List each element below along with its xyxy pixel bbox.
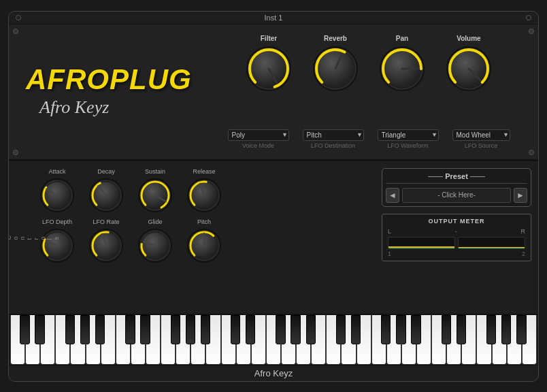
bottom-label-text: Afro Keyz [254, 368, 293, 378]
piano-key-black[interactable] [80, 315, 90, 345]
lfo-dest-select[interactable]: Pitch Filter Volume Pan [303, 129, 364, 141]
preset-title: —— Preset —— [386, 172, 527, 184]
meter-bar-left [388, 237, 455, 249]
window-title: Inst 1 [265, 14, 283, 22]
filter-label: Filter [261, 35, 277, 42]
glide-label: Glide [148, 218, 162, 225]
meter-right-label: R [520, 228, 525, 235]
lfo-dest-wrapper[interactable]: Pitch Filter Volume Pan ▾ [303, 128, 364, 141]
piano-key-black[interactable] [457, 315, 466, 345]
piano-key-black[interactable] [516, 315, 526, 345]
lfo-wave-group: Triangle Sine Square Sawtooth ▾ LFO Wave… [378, 128, 439, 149]
release-group: Release [186, 168, 222, 213]
knob-group-reverb: Reverb [312, 35, 359, 92]
lfo-depth-knob[interactable] [39, 228, 75, 263]
plugin-window: Inst 1 AFROPLUG Afro Keyz Filter [8, 11, 539, 382]
voice-mode-select[interactable]: Poly Mono Legato [228, 129, 289, 141]
screw-br [529, 150, 534, 155]
pitch-knob[interactable] [186, 228, 222, 263]
lfo-dest-group: Pitch Filter Volume Pan ▾ LFO Destinatio… [303, 128, 364, 149]
preset-current[interactable]: - Click Here- [402, 188, 511, 203]
lfo-src-wrapper[interactable]: Mod Wheel Velocity Aftertouch ▾ [452, 128, 510, 141]
piano-key-black[interactable] [186, 315, 195, 345]
bottom-label: Afro Keyz [9, 365, 538, 381]
meter-num-right: 2 [522, 250, 525, 257]
lfo-depth-group: LFO Depth [39, 218, 75, 263]
glide-group: Glide [137, 218, 173, 263]
adsr-label-col: ADSRControls [9, 161, 29, 314]
output-meter: OUTPUT METER L - R 1 2 [382, 214, 531, 261]
piano-key-black[interactable] [501, 315, 511, 345]
preset-next-button[interactable]: ► [514, 188, 527, 203]
title-bar: Inst 1 [9, 12, 538, 24]
attack-knob[interactable] [39, 178, 75, 213]
piano-key-black[interactable] [411, 315, 420, 345]
piano-key-black[interactable] [125, 315, 135, 345]
sustain-label: Sustain [145, 168, 165, 175]
piano-key-black[interactable] [396, 315, 405, 345]
preset-area: —— Preset —— ◄ - Click Here- ► [382, 168, 531, 207]
reverb-knob[interactable] [312, 46, 359, 92]
meter-numbers: 1 2 [388, 250, 525, 257]
piano-white-keys [10, 315, 537, 365]
piano-key-black[interactable] [381, 315, 391, 345]
glide-knob[interactable] [137, 228, 173, 263]
attack-group: Attack [39, 168, 75, 213]
logo-sub: Afro Keyz [39, 97, 203, 118]
piano-key-black[interactable] [306, 315, 316, 345]
dropdowns-row: Poly Mono Legato ▾ Voice Mode Pitch Filt… [228, 128, 510, 152]
piano-key-black[interactable] [95, 315, 105, 345]
piano-key-black[interactable] [486, 315, 496, 345]
piano-key-black[interactable] [246, 315, 255, 345]
piano-key-black[interactable] [336, 315, 346, 345]
knob-group-pan: Pan [379, 35, 425, 92]
piano-key-black[interactable] [65, 315, 75, 345]
logo-area: AFROPLUG Afro Keyz [19, 31, 210, 152]
logo-main: AFROPLUG [26, 65, 203, 94]
piano-key-black[interactable] [171, 315, 180, 345]
volume-label: Volume [457, 35, 480, 42]
piano-key-black[interactable] [351, 315, 361, 345]
volume-knob[interactable] [446, 46, 492, 92]
sustain-group: Sustain [137, 168, 173, 213]
filter-knob[interactable] [246, 46, 292, 92]
adsr-label: ADSRControls [8, 234, 60, 240]
pan-knob[interactable] [379, 46, 425, 92]
preset-selector: ◄ - Click Here- ► [386, 188, 527, 203]
pitch-group: Pitch [186, 218, 222, 263]
piano-key-black[interactable] [35, 315, 44, 345]
piano-key-black[interactable] [276, 315, 285, 345]
lfo-wave-select[interactable]: Triangle Sine Square Sawtooth [378, 129, 439, 141]
piano-key-black[interactable] [231, 315, 240, 345]
attack-label: Attack [48, 168, 65, 175]
bottom-section: ADSRControls Attack [9, 161, 538, 314]
pitch-label: Pitch [197, 218, 211, 225]
meter-left-label: L [388, 228, 391, 235]
piano-key-black[interactable] [140, 315, 150, 345]
meter-bars [388, 237, 525, 249]
sustain-knob[interactable] [137, 178, 173, 213]
piano-key-black[interactable] [442, 315, 451, 345]
piano-key-black[interactable] [291, 315, 300, 345]
keyboard [9, 314, 538, 365]
adsr-row: Attack [39, 168, 365, 213]
meter-fill-right [459, 247, 525, 248]
lfo-src-select[interactable]: Mod Wheel Velocity Aftertouch [452, 129, 510, 141]
lfo-rate-label: LFO Rate [93, 218, 119, 225]
top-section: AFROPLUG Afro Keyz Filter [9, 24, 538, 161]
lfo-wave-wrapper[interactable]: Triangle Sine Square Sawtooth ▾ [378, 128, 439, 141]
preset-prev-button[interactable]: ◄ [386, 188, 399, 203]
release-knob[interactable] [186, 178, 222, 213]
screw-bl [13, 150, 18, 155]
piano-key-black[interactable] [20, 315, 29, 345]
controls-area: Filter [210, 31, 528, 152]
lfo-depth-label: LFO Depth [42, 218, 72, 225]
top-knobs-row: Filter [246, 35, 492, 92]
lfo-rate-knob[interactable] [88, 228, 124, 263]
piano-key-black[interactable] [201, 315, 210, 345]
screw-tl [13, 29, 18, 34]
meter-bar-right [458, 237, 525, 249]
reverb-label: Reverb [324, 35, 347, 42]
voice-mode-wrapper[interactable]: Poly Mono Legato ▾ [228, 128, 289, 141]
decay-knob[interactable] [88, 178, 124, 213]
